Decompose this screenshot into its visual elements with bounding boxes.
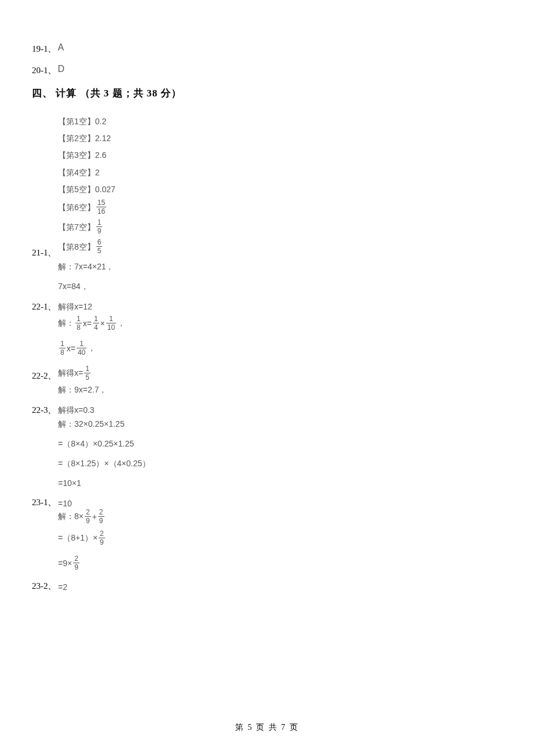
solution-step: =（8+1）× 29 bbox=[58, 531, 502, 546]
solution-step: 解：9x=2.7， bbox=[58, 385, 502, 395]
solution-step: 7x=84， bbox=[58, 282, 502, 292]
blank-prefix: 【第8空】 bbox=[58, 242, 95, 253]
solution-step: =10 bbox=[58, 499, 72, 508]
blank-prefix: 【第6空】 bbox=[58, 200, 95, 215]
solution-step: =10×1 bbox=[58, 478, 502, 488]
blank-6: 【第6空】 15 16 bbox=[58, 199, 502, 217]
fraction: 18 bbox=[59, 340, 66, 356]
blank-4: 【第4空】2 bbox=[58, 165, 502, 180]
numerator: 1 bbox=[96, 219, 103, 226]
question-21-1: 【第1空】0.2 【第2空】2.12 【第3空】2.6 【第4空】2 【第5空】… bbox=[32, 114, 502, 258]
fraction: 29 bbox=[85, 509, 91, 524]
solution-step: 解得x=0.3 bbox=[58, 405, 95, 416]
solution-step: =（8×1.25）×（4×0.25） bbox=[58, 459, 502, 469]
fraction: 18 bbox=[75, 315, 82, 331]
answer-value: A bbox=[58, 42, 64, 53]
solution-step: 解得x=12 bbox=[58, 302, 92, 312]
answer-19-1: 19-1、 A bbox=[32, 44, 502, 55]
fraction: 1 9 bbox=[96, 219, 103, 235]
blank-3: 【第3空】2.6 bbox=[58, 148, 502, 163]
solution-step: 解得x= 15 bbox=[58, 366, 92, 381]
fraction: 29 bbox=[99, 530, 105, 546]
question-22-3: 解：9x=2.7， 22-3、 解得x=0.3 bbox=[32, 385, 502, 416]
question-label: 22-3、 bbox=[32, 405, 58, 416]
fraction: 15 16 bbox=[96, 199, 106, 215]
question-label: 23-2、 bbox=[32, 581, 58, 592]
fraction: 140 bbox=[77, 340, 86, 356]
solution-step: =（8×4）×0.25×1.25 bbox=[58, 439, 502, 449]
denominator: 16 bbox=[96, 207, 106, 215]
solution-step: 解： 18 x= 14 × 110 ， bbox=[58, 316, 502, 332]
blank-8: 【第8空】 6 5 bbox=[58, 239, 103, 256]
question-label: 21-1、 bbox=[32, 247, 58, 258]
numerator: 15 bbox=[96, 199, 106, 207]
fraction: 110 bbox=[106, 315, 116, 331]
question-22-2: 解： 18 x= 14 × 110 ， 18 x= 140 ， 22-2、 解得… bbox=[32, 316, 502, 381]
fraction: 14 bbox=[93, 315, 99, 331]
blank-prefix: 【第7空】 bbox=[58, 220, 95, 235]
answer-label: 20-1、 bbox=[32, 65, 57, 76]
blank-1: 【第1空】0.2 bbox=[58, 114, 502, 129]
answer-value: D bbox=[58, 64, 65, 74]
fraction: 29 bbox=[73, 555, 80, 571]
question-label: 22-1、 bbox=[32, 301, 58, 312]
solution-step: 解：8× 29 + 29 bbox=[58, 509, 502, 525]
solution-step: 解：32×0.25×1.25 bbox=[58, 419, 502, 430]
blank-2: 【第2空】2.12 bbox=[58, 131, 502, 146]
answer-label: 19-1、 bbox=[32, 44, 57, 55]
numerator: 6 bbox=[96, 239, 103, 246]
solution-step: =9× 29 bbox=[58, 556, 502, 571]
solution-step: 解：7x=4×21， bbox=[58, 262, 502, 272]
question-23-2: 解：8× 29 + 29 =（8+1）× 29 =9× 29 23-2、 =2 bbox=[32, 509, 502, 592]
question-label: 22-2、 bbox=[32, 370, 58, 381]
question-22-1: 解：7x=4×21， 7x=84， 22-1、 解得x=12 bbox=[32, 262, 502, 312]
question-23-1: 解：32×0.25×1.25 =（8×4）×0.25×1.25 =（8×1.25… bbox=[32, 419, 502, 508]
blank-7: 【第7空】 1 9 bbox=[58, 219, 502, 236]
blank-5: 【第5空】0.027 bbox=[58, 182, 502, 197]
solution-step: 18 x= 140 ， bbox=[58, 341, 502, 357]
page-footer: 第 5 页 共 7 页 bbox=[0, 722, 534, 733]
solution-step: =2 bbox=[58, 582, 67, 592]
denominator: 5 bbox=[96, 246, 103, 254]
fraction: 15 bbox=[84, 365, 91, 381]
fraction: 29 bbox=[98, 509, 104, 524]
fraction: 6 5 bbox=[96, 239, 103, 254]
answer-20-1: 20-1、 D bbox=[32, 65, 502, 76]
section-4-heading: 四、 计算 （共 3 题；共 38 分） bbox=[32, 87, 502, 100]
denominator: 9 bbox=[96, 226, 103, 235]
question-label: 23-1、 bbox=[32, 497, 58, 508]
